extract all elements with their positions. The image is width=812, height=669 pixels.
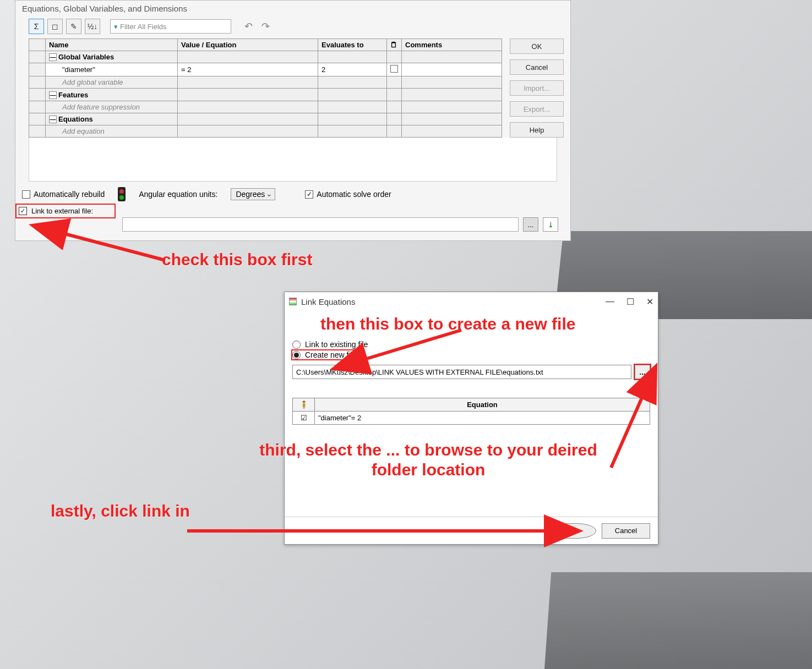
collapse-icon[interactable]: — (49, 91, 57, 99)
import-button[interactable]: Import... (510, 80, 564, 96)
app-icon (289, 298, 297, 305)
annotation-1: check this box first (162, 250, 312, 269)
sketch-icon[interactable]: ◻ (47, 19, 63, 34)
col-evaluates[interactable]: Evaluates to (318, 39, 387, 51)
file-path-input[interactable] (292, 365, 631, 379)
sigma-icon[interactable]: Σ (29, 19, 44, 34)
filter-input[interactable]: ▾ Filter All Fields (110, 19, 231, 34)
background-3d-shape-2 (544, 572, 812, 669)
dialog-title: Link Equations (301, 297, 355, 306)
section-equations[interactable]: —Equations (46, 113, 178, 125)
browse-button[interactable]: ... (523, 217, 538, 232)
link-button[interactable]: Link (548, 523, 596, 539)
var-value[interactable]: = 2 (178, 63, 318, 76)
equation-cell[interactable]: "diameter"= 2 (315, 412, 650, 425)
traffic-light-icon (118, 187, 126, 201)
ordered-list-icon[interactable]: ½↓ (85, 19, 100, 34)
auto-solve-checkbox[interactable]: ✓ Automatic solve order (305, 190, 391, 199)
col-select-icon[interactable]: 🧍 (293, 398, 315, 412)
browse-button[interactable]: ... (635, 365, 650, 379)
dialog-title: Equations, Global Variables, and Dimensi… (15, 1, 570, 17)
section-global-variables[interactable]: —Global Variables (46, 51, 178, 63)
ok-button[interactable]: OK (510, 39, 564, 54)
minimize-icon[interactable]: — (606, 297, 614, 307)
link-external-checkbox[interactable]: ✓ (19, 207, 27, 215)
cancel-button[interactable]: Cancel (602, 523, 650, 539)
equations-table: Name Value / Equation Evaluates to 🗒 Com… (29, 39, 502, 138)
dialog-button-column: OK Cancel Import... Export... Help (510, 39, 564, 138)
section-features[interactable]: —Features (46, 89, 178, 101)
create-new-file-radio[interactable] (292, 351, 301, 359)
export-button[interactable]: Export... (510, 101, 564, 117)
annotation-4: lastly, click link in (51, 502, 190, 520)
maximize-icon[interactable]: ☐ (626, 297, 634, 307)
filter-placeholder: Filter All Fields (120, 23, 167, 31)
redo-icon[interactable]: ↷ (261, 20, 270, 32)
help-button[interactable]: Help (510, 122, 564, 138)
var-name[interactable]: "diameter" (46, 63, 178, 76)
link-existing-radio[interactable]: Link to existing file (292, 340, 650, 349)
export-file-icon[interactable]: ⤓ (543, 217, 558, 232)
external-file-path-input[interactable] (122, 217, 519, 232)
filter-icon: ▾ (114, 23, 118, 31)
table-row[interactable]: "diameter" = 2 2 (29, 63, 502, 76)
undo-icon[interactable]: ↶ (244, 20, 253, 32)
hint-add-global[interactable]: Add global variable (46, 76, 178, 89)
col-value[interactable]: Value / Equation (178, 39, 318, 51)
col-equation[interactable]: Equation (315, 398, 650, 412)
var-evaluates: 2 (318, 63, 387, 76)
dimension-icon[interactable]: ✎ (66, 19, 81, 34)
table-row[interactable]: ☑ "diameter"= 2 (293, 412, 650, 425)
annotation-3: third, select the ... to browse to your … (247, 440, 610, 480)
angular-units-select[interactable]: Degrees (231, 188, 275, 200)
dialog-footer: Link Cancel (285, 517, 658, 544)
link-equations-table: 🧍 Equation ☑ "diameter"= 2 (292, 398, 650, 425)
col-name[interactable]: Name (46, 39, 178, 51)
titlebar: Link Equations — ☐ ✕ (285, 292, 658, 311)
angular-units-label: Angular equation units: (139, 190, 217, 199)
var-checkbox[interactable] (390, 65, 398, 73)
link-external-label: Link to external file: (31, 207, 93, 215)
hint-add-equation[interactable]: Add equation (46, 125, 178, 137)
auto-rebuild-checkbox[interactable]: Automatically rebuild (22, 190, 105, 199)
hint-add-feature[interactable]: Add feature suppression (46, 101, 178, 113)
toolbar: Σ ◻ ✎ ½↓ ▾ Filter All Fields ↶ ↷ (15, 17, 570, 39)
blank-grid-area (29, 138, 557, 182)
col-link-icon[interactable]: 🗒 (387, 39, 402, 51)
collapse-icon[interactable]: — (49, 116, 57, 123)
dialog-footer: Automatically rebuild Angular equation u… (15, 182, 570, 205)
link-external-checkbox-highlight: ✓ Link to external file: (17, 205, 115, 217)
row-header-gutter (29, 39, 46, 51)
collapse-icon[interactable]: — (49, 53, 57, 61)
annotation-2: then this box to create a new file (320, 315, 575, 333)
cancel-button[interactable]: Cancel (510, 59, 564, 75)
create-new-file-radio-highlight: Create new file (292, 350, 358, 359)
row-checkbox[interactable]: ☑ (301, 414, 307, 422)
col-comments[interactable]: Comments (402, 39, 502, 51)
equations-dialog: Equations, Global Variables, and Dimensi… (15, 0, 571, 241)
close-icon[interactable]: ✕ (646, 297, 653, 307)
